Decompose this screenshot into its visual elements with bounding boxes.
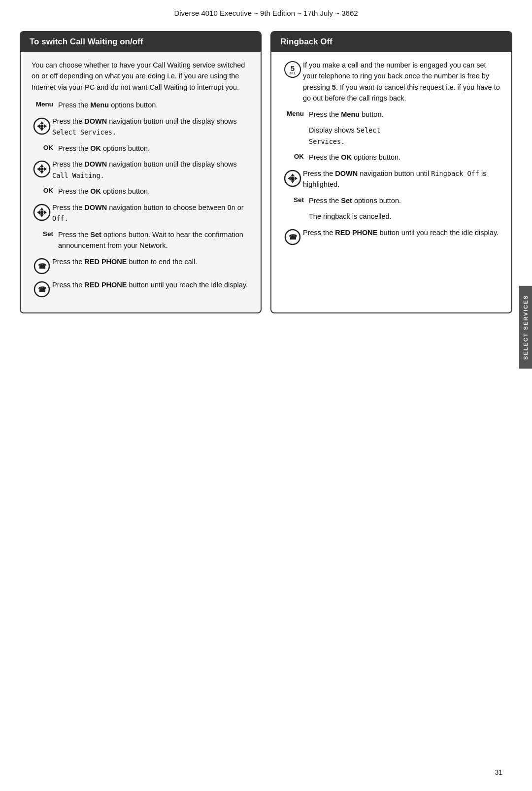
right-heading: Ringback Off [280, 37, 332, 46]
step-text-down1: Press the DOWN navigation button until t… [52, 116, 250, 138]
step-text-down3: Press the DOWN navigation button to choo… [52, 202, 250, 224]
svg-text:☎: ☎ [38, 285, 47, 293]
right-nav-icon-down [282, 168, 303, 187]
red-phone-icon-2: ☎ [32, 279, 52, 298]
right-step-text-display: Display shows SelectServices. [309, 125, 500, 147]
nav-arrow-icon-2 [33, 160, 51, 178]
nav-icon-down2 [32, 159, 52, 178]
right-step-redphone: ☎ Press the RED PHONE button until you r… [282, 227, 500, 245]
right-step-menu: Menu Press the Menu button. [282, 109, 500, 120]
right-step-cancelled: The ringback is cancelled. [282, 211, 500, 222]
svg-point-27 [291, 176, 295, 180]
right-step-text-ok: Press the OK options button. [309, 152, 500, 163]
step-text-ok2: Press the OK options button. [58, 186, 250, 197]
step-text-set: Press the Set options button. Wait to he… [58, 229, 250, 251]
svg-point-5 [40, 124, 44, 128]
right-red-phone-icon: ☎ [282, 227, 303, 245]
page-number: 31 [495, 768, 502, 776]
right-intro-row: 5 JKL If you make a call and the number … [282, 60, 500, 104]
svg-text:☎: ☎ [38, 262, 47, 270]
step-text-down2: Press the DOWN navigation button until t… [52, 159, 250, 181]
right-step-text-set: Press the Set options button. [309, 195, 500, 206]
step-text-redphone1: Press the RED PHONE button to end the ca… [52, 256, 250, 267]
red-phone-icon-1: ☎ [32, 256, 52, 275]
right-step-text-cancelled: The ringback is cancelled. [309, 211, 500, 222]
left-step-down2: Press the DOWN navigation button until t… [32, 159, 250, 181]
step-text-ok1: Press the OK options button. [58, 143, 250, 154]
left-section-header: To switch Call Waiting on/off [21, 32, 261, 52]
left-section: To switch Call Waiting on/off You can ch… [20, 31, 262, 313]
right-section-body: 5 JKL If you make a call and the number … [271, 52, 511, 245]
header-title: Diverse 4010 Executive ~ 9th Edition ~ 1… [174, 9, 358, 17]
left-step-down3: Press the DOWN navigation button to choo… [32, 202, 250, 224]
num5-icon: 5 JKL [282, 60, 303, 78]
right-step-down: Press the DOWN navigation button until R… [282, 168, 500, 190]
step-label-ok2: OK [32, 186, 58, 194]
right-step-text-down: Press the DOWN navigation button until R… [303, 168, 500, 190]
svg-text:☎: ☎ [289, 233, 298, 241]
left-section-body: You can choose whether to have your Call… [21, 52, 261, 298]
right-nav-arrow-icon [284, 170, 301, 187]
right-step-text-redphone: Press the RED PHONE button until you rea… [303, 227, 500, 238]
right-step-set: Set Press the Set options button. [282, 195, 500, 206]
right-step-ok: OK Press the OK options button. [282, 152, 500, 163]
left-step-menu: Menu Press the Menu options button. [32, 100, 250, 110]
right-step-label-cancelled [282, 211, 309, 212]
page-header: Diverse 4010 Executive ~ 9th Edition ~ 1… [0, 0, 532, 22]
svg-point-17 [40, 210, 44, 214]
sidebar-tab: SELECT SERVICES [519, 286, 532, 369]
step-text-redphone2: Press the RED PHONE button until you rea… [52, 279, 250, 290]
left-step-ok2: OK Press the OK options button. [32, 186, 250, 197]
left-step-down1: Press the DOWN navigation button until t… [32, 116, 250, 138]
num5-sublabel: JKL [289, 71, 296, 75]
main-content: To switch Call Waiting on/off You can ch… [20, 31, 512, 313]
step-text-menu: Press the Menu options button. [58, 100, 250, 110]
nav-icon-down3 [32, 202, 52, 221]
nav-arrow-icon [33, 117, 51, 135]
right-step-label-ok: OK [282, 152, 309, 160]
left-step-set: Set Press the Set options button. Wait t… [32, 229, 250, 251]
right-step-label-display [282, 125, 309, 126]
right-intro-text: If you make a call and the number is eng… [303, 60, 500, 104]
phone-icon-svg-2: ☎ [33, 281, 50, 298]
right-step-text-menu: Press the Menu button. [309, 109, 500, 120]
right-step-label-menu: Menu [282, 109, 309, 117]
right-step-display: Display shows SelectServices. [282, 125, 500, 147]
phone-icon-svg-1: ☎ [33, 258, 50, 275]
nav-icon-down1 [32, 116, 52, 135]
right-step-label-set: Set [282, 195, 309, 204]
svg-point-11 [40, 168, 44, 171]
left-intro: You can choose whether to have your Call… [32, 60, 250, 93]
step-label-set: Set [32, 229, 58, 238]
left-step-redphone2: ☎ Press the RED PHONE button until you r… [32, 279, 250, 298]
step-label-menu: Menu [32, 100, 58, 108]
right-section-header: Ringback Off [271, 32, 511, 52]
sidebar-label: SELECT SERVICES [523, 295, 529, 360]
right-phone-icon-svg: ☎ [284, 229, 301, 245]
left-step-redphone1: ☎ Press the RED PHONE button to end the … [32, 256, 250, 275]
left-heading: To switch Call Waiting on/off [30, 37, 143, 47]
right-section: Ringback Off 5 JKL If you make a call an… [270, 31, 512, 313]
step-label-ok1: OK [32, 143, 58, 151]
page-num-value: 31 [495, 768, 502, 776]
nav-arrow-icon-3 [33, 204, 51, 221]
left-step-ok1: OK Press the OK options button. [32, 143, 250, 154]
